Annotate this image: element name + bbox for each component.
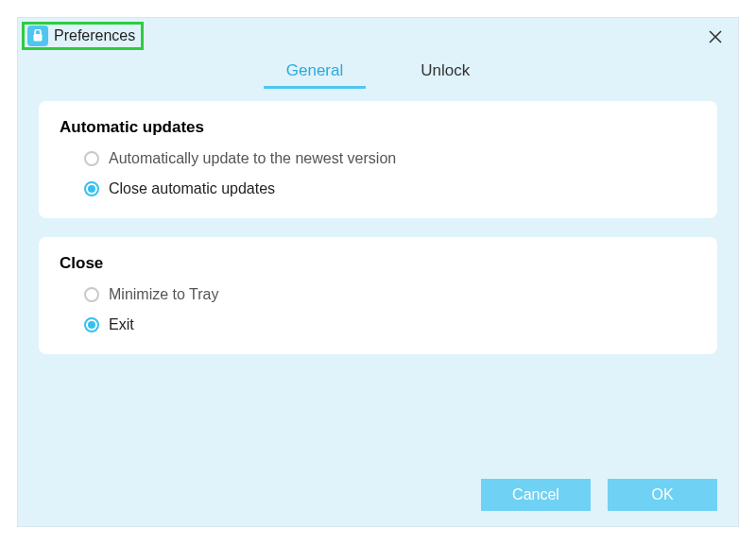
- radio-label: Close automatic updates: [109, 180, 275, 197]
- panel-automatic-updates: Automatic updates Automatically update t…: [39, 101, 717, 218]
- radio-icon: [84, 317, 99, 332]
- radio-close-updates[interactable]: Close automatic updates: [84, 180, 696, 197]
- panel-close: Close Minimize to Tray Exit: [39, 237, 717, 354]
- content-area: Automatic updates Automatically update t…: [18, 88, 738, 354]
- footer-buttons: Cancel OK: [481, 479, 717, 511]
- radio-group-updates: Automatically update to the newest versi…: [60, 150, 696, 197]
- radio-label: Minimize to Tray: [109, 286, 218, 303]
- radio-auto-update[interactable]: Automatically update to the newest versi…: [84, 150, 696, 167]
- svg-rect-0: [34, 34, 43, 42]
- radio-group-close: Minimize to Tray Exit: [60, 286, 696, 333]
- radio-icon: [84, 287, 99, 302]
- window-title: Preferences: [54, 27, 135, 44]
- panel-title-updates: Automatic updates: [60, 118, 696, 137]
- cancel-button[interactable]: Cancel: [481, 479, 591, 511]
- radio-icon: [84, 181, 99, 196]
- titlebar: Preferences: [18, 18, 738, 52]
- tab-general[interactable]: General: [281, 56, 349, 88]
- tab-bar: General Unlock: [18, 52, 738, 88]
- title-group-highlighted: Preferences: [22, 22, 144, 50]
- panel-title-close: Close: [60, 254, 696, 273]
- radio-minimize-tray[interactable]: Minimize to Tray: [84, 286, 696, 303]
- ok-button[interactable]: OK: [608, 479, 717, 511]
- radio-icon: [84, 151, 99, 166]
- tab-unlock[interactable]: Unlock: [415, 56, 475, 88]
- lock-icon: [27, 26, 48, 46]
- radio-exit[interactable]: Exit: [84, 316, 696, 333]
- close-icon[interactable]: [702, 24, 729, 50]
- preferences-dialog: Preferences General Unlock Automatic upd…: [17, 17, 739, 527]
- radio-label: Exit: [109, 316, 134, 333]
- radio-label: Automatically update to the newest versi…: [109, 150, 396, 167]
